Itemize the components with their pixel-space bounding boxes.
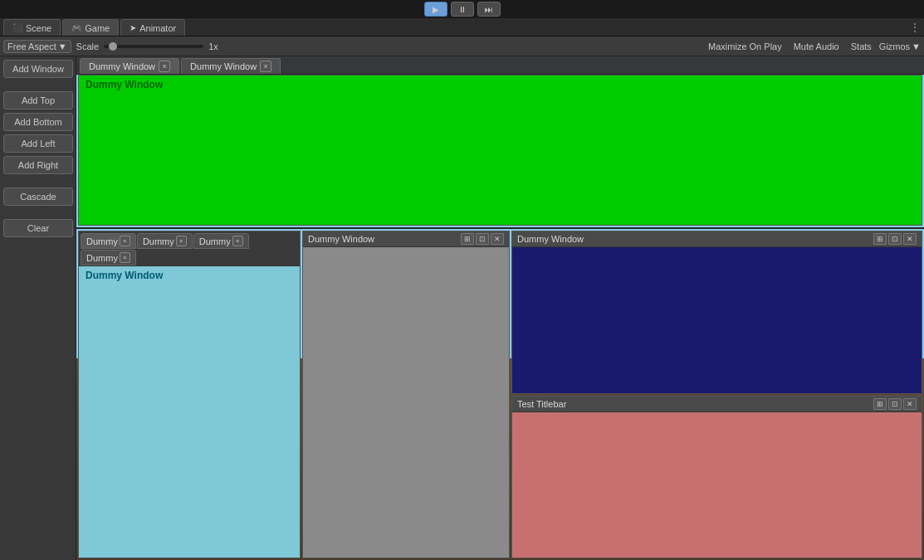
- left-tab-2[interactable]: Dummy ×: [193, 233, 249, 249]
- right-top-titlebar: Dummy Window ⊞ ⊡ ✕: [512, 231, 922, 247]
- right-top-icon-maximize[interactable]: ⊡: [888, 233, 902, 245]
- right-bottom-panel: Test Titlebar ⊞ ⊡ ✕: [511, 396, 922, 559]
- top-dock-window-wrapper: Dummy Window: [78, 75, 922, 226]
- tab-scene-label: Scene: [26, 23, 51, 33]
- right-top-icon-close[interactable]: ✕: [903, 233, 917, 245]
- right-bottom-titlebar: Test Titlebar ⊞ ⊡ ✕: [512, 397, 922, 412]
- right-bottom-title: Test Titlebar: [517, 399, 566, 409]
- right-bottom-icon-close[interactable]: ✕: [903, 398, 917, 410]
- right-top-icon-dock[interactable]: ⊞: [873, 233, 887, 245]
- left-tab-3-close[interactable]: ×: [120, 252, 130, 263]
- mid-panel-title: Dummy Window: [308, 234, 374, 244]
- gizmos-arrow: ▼: [912, 41, 921, 51]
- mid-panel-icons: ⊞ ⊡ ✕: [461, 233, 504, 245]
- top-dock-tab-1-label: Dummy Window: [190, 61, 257, 71]
- right-bottom-icon-maximize[interactable]: ⊡: [888, 398, 902, 410]
- main-area: Add Window Add Top Add Bottom Add Left A…: [0, 56, 924, 560]
- top-dock-green-window: Dummy Window: [79, 75, 922, 225]
- game-icon: 🎮: [71, 23, 81, 32]
- bottom-section: Dummy × Dummy × Dummy × Dummy ×: [76, 229, 924, 560]
- tab-animator[interactable]: ➤ Animator: [120, 19, 185, 36]
- mute-audio-button[interactable]: Mute Audio: [790, 41, 843, 52]
- top-dock-tab-1[interactable]: Dummy Window ×: [181, 58, 281, 74]
- aspect-dropdown-arrow: ▼: [58, 41, 67, 51]
- left-panel: Dummy × Dummy × Dummy × Dummy ×: [78, 231, 301, 558]
- tab-game[interactable]: 🎮 Game: [62, 19, 119, 36]
- scale-label: Scale: [76, 41, 100, 51]
- maximize-on-play-button[interactable]: Maximize On Play: [704, 41, 786, 52]
- scale-slider[interactable]: [104, 45, 203, 48]
- right-bottom-salmon-window: [512, 412, 922, 558]
- top-dock-tab-bar: Dummy Window × Dummy Window ×: [76, 56, 924, 75]
- mid-panel: Dummy Window ⊞ ⊡ ✕: [302, 231, 510, 558]
- left-tab-1-label: Dummy: [143, 236, 174, 246]
- right-top-navy-window: [512, 247, 922, 393]
- add-top-button[interactable]: Add Top: [3, 91, 73, 110]
- tab-game-label: Game: [85, 23, 110, 33]
- right-bottom-icons: ⊞ ⊡ ✕: [873, 398, 917, 410]
- left-tab-2-label: Dummy: [199, 236, 231, 246]
- left-tab-0-close[interactable]: ×: [120, 236, 130, 246]
- left-tab-0[interactable]: Dummy ×: [81, 233, 136, 249]
- game-toolbar: Free Aspect ▼ Scale 1x Maximize On Play …: [0, 37, 924, 56]
- right-top-icons: ⊞ ⊡ ✕: [873, 233, 917, 245]
- right-bottom-icon-dock[interactable]: ⊞: [873, 398, 887, 410]
- mid-panel-icon-close[interactable]: ✕: [491, 233, 504, 245]
- top-dock-window-title: Dummy Window: [86, 79, 163, 90]
- gizmos-dropdown[interactable]: Gizmos ▼: [879, 41, 921, 51]
- top-dock-tab-1-close[interactable]: ×: [260, 61, 271, 72]
- add-left-button[interactable]: Add Left: [3, 134, 73, 153]
- stats-button[interactable]: Stats: [847, 41, 876, 52]
- content-area: Dummy Window × Dummy Window × Dummy Wind…: [76, 56, 924, 560]
- sidebar: Add Window Add Top Add Bottom Add Left A…: [0, 56, 76, 560]
- mid-panel-icon-dock[interactable]: ⊞: [461, 233, 474, 245]
- top-dock-tab-0-label: Dummy Window: [89, 61, 155, 71]
- tab-animator-label: Animator: [139, 23, 176, 33]
- cascade-button[interactable]: Cascade: [3, 187, 73, 206]
- step-button[interactable]: ⏭: [477, 2, 501, 17]
- left-tab-1[interactable]: Dummy ×: [137, 233, 193, 249]
- mid-panel-titlebar: Dummy Window ⊞ ⊡ ✕: [303, 231, 509, 247]
- top-dock: Dummy Window × Dummy Window × Dummy Wind…: [76, 56, 924, 229]
- toolbar-right: Maximize On Play Mute Audio Stats Gizmos…: [704, 41, 921, 52]
- add-window-button[interactable]: Add Window: [3, 60, 73, 78]
- add-bottom-button[interactable]: Add Bottom: [3, 113, 73, 131]
- scene-icon: ⬛: [12, 23, 22, 32]
- clear-button[interactable]: Clear: [3, 219, 73, 237]
- add-right-button[interactable]: Add Right: [3, 156, 73, 174]
- play-button[interactable]: ▶: [424, 2, 447, 17]
- top-dock-tab-0[interactable]: Dummy Window ×: [80, 58, 179, 74]
- aspect-dropdown[interactable]: Free Aspect ▼: [3, 40, 71, 53]
- right-top-title: Dummy Window: [517, 234, 584, 244]
- pause-button[interactable]: ⏸: [451, 2, 474, 17]
- left-panel-tab-bar: Dummy × Dummy × Dummy × Dummy ×: [79, 231, 300, 266]
- animator-icon: ➤: [130, 23, 136, 32]
- right-top-panel: Dummy Window ⊞ ⊡ ✕: [511, 231, 922, 394]
- left-tab-3[interactable]: Dummy ×: [81, 250, 136, 265]
- aspect-label: Free Aspect: [7, 41, 56, 51]
- editor-tabs-more[interactable]: ⋮: [909, 21, 921, 34]
- tab-scene[interactable]: ⬛ Scene: [3, 19, 61, 36]
- mid-panel-gray-window: [303, 247, 509, 558]
- left-panel-window-title: Dummy Window: [86, 270, 163, 281]
- gizmos-label: Gizmos: [879, 41, 910, 51]
- editor-tab-bar: ⬛ Scene 🎮 Game ➤ Animator ⋮: [0, 18, 924, 37]
- left-tab-1-close[interactable]: ×: [176, 236, 187, 246]
- right-panel: Dummy Window ⊞ ⊡ ✕ Test Titlebar: [511, 231, 922, 558]
- play-controls-bar: ▶ ⏸ ⏭: [0, 0, 924, 18]
- left-panel-cyan-window: Dummy Window: [79, 266, 300, 558]
- mid-panel-icon-maximize[interactable]: ⊡: [476, 233, 489, 245]
- top-dock-tab-0-close[interactable]: ×: [159, 61, 170, 72]
- left-tab-3-label: Dummy: [86, 253, 118, 263]
- left-tab-2-close[interactable]: ×: [232, 236, 243, 246]
- left-tab-0-label: Dummy: [86, 236, 118, 246]
- scale-value: 1x: [208, 41, 218, 51]
- scale-thumb: [109, 42, 117, 51]
